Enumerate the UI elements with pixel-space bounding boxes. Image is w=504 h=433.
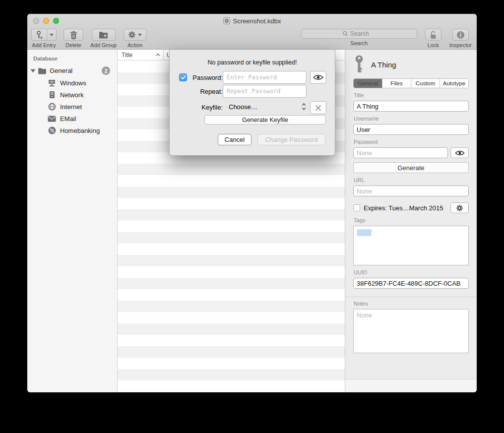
entry-count-badge: 2 <box>102 66 110 75</box>
eye-icon <box>455 150 465 156</box>
action-label: Action <box>127 42 143 48</box>
generate-password-button[interactable]: Generate <box>353 162 469 173</box>
gear-icon <box>128 31 136 39</box>
repeat-label: Repeat: <box>172 88 223 95</box>
sidebar-item-label: Network <box>60 91 84 99</box>
chevron-down-icon <box>138 34 142 36</box>
lock-group: Lock <box>425 29 441 48</box>
sidebar: Database General 2 <box>27 50 118 392</box>
sidebar-item-label: Homebanking <box>60 127 100 134</box>
add-group-group: Add Group <box>90 29 117 48</box>
action-group: Action <box>124 29 146 48</box>
sidebar-item-general[interactable]: General 2 <box>27 64 117 77</box>
clear-keyfile-button[interactable] <box>310 101 326 114</box>
delete-button[interactable] <box>63 29 83 41</box>
sidebar-item-windows[interactable]: Windows <box>27 77 117 89</box>
key-plus-icon <box>35 31 43 39</box>
enter-password-input[interactable] <box>223 71 307 84</box>
keyfile-label: Keyfile: <box>172 104 223 111</box>
password-field[interactable] <box>353 147 448 158</box>
search-label: Search <box>350 40 368 46</box>
window-title-area: Screenshot.kdbx <box>27 14 477 28</box>
uuid-field[interactable] <box>353 278 469 289</box>
add-group-label: Add Group <box>90 42 117 48</box>
tab-general[interactable]: General <box>354 79 382 88</box>
tab-autotype[interactable]: Autotype <box>440 79 468 88</box>
expires-settings-button[interactable] <box>450 202 469 213</box>
change-password-dialog: No password or keyfile supplied! Passwor… <box>169 50 335 156</box>
repeat-password-input[interactable] <box>223 85 307 98</box>
toolbar: Add Entry Delete <box>27 28 477 50</box>
keyfile-popup[interactable]: Choose… <box>229 103 257 111</box>
delete-label: Delete <box>65 42 81 48</box>
title-field-label: Title <box>354 92 469 98</box>
tab-files[interactable]: Files <box>382 79 411 88</box>
info-icon <box>456 31 465 39</box>
window-title: Screenshot.kdbx <box>233 17 281 25</box>
url-field-label: URL <box>354 177 469 183</box>
username-field-label: Username <box>354 116 469 122</box>
divider <box>345 297 477 297</box>
popup-stepper-icon[interactable] <box>302 103 306 111</box>
title-field[interactable] <box>353 101 469 112</box>
sidebar-item-network[interactable]: Network <box>27 89 117 101</box>
reveal-password-button[interactable] <box>310 71 326 84</box>
action-button[interactable] <box>124 29 146 41</box>
dialog-message: No password or keyfile supplied! <box>170 59 335 66</box>
column-header-title[interactable]: Title <box>118 50 164 60</box>
column-label: Title <box>122 52 132 59</box>
lock-open-icon <box>430 31 437 39</box>
username-field[interactable] <box>353 124 469 135</box>
change-password-button[interactable]: Change Password <box>257 134 325 145</box>
folder-plus-icon <box>99 31 108 39</box>
expires-label: Expires: Tues…March 2015 <box>364 204 447 212</box>
tab-custom[interactable]: Custom <box>411 79 440 88</box>
add-entry-dropdown[interactable] <box>47 29 57 41</box>
titlebar[interactable]: Screenshot.kdbx <box>27 14 477 28</box>
lock-button[interactable] <box>425 29 441 41</box>
cancel-button[interactable]: Cancel <box>218 134 252 145</box>
sidebar-section-header: Database <box>27 54 117 64</box>
reveal-password-button[interactable] <box>450 147 469 158</box>
trash-icon <box>70 31 77 39</box>
notes-field[interactable] <box>353 309 469 353</box>
expires-checkbox[interactable] <box>353 204 360 211</box>
sidebar-item-homebanking[interactable]: Homebanking <box>27 124 117 136</box>
inspector-footer <box>345 379 477 392</box>
disclosure-triangle-icon[interactable] <box>31 69 36 72</box>
tag-pill[interactable] <box>357 229 372 236</box>
search-input[interactable] <box>350 30 376 37</box>
gear-icon <box>456 204 463 212</box>
tags-box[interactable] <box>353 226 469 265</box>
sidebar-item-email[interactable]: EMail <box>27 113 117 124</box>
entry-title: A Thing <box>371 61 396 69</box>
windows-icon <box>48 79 56 87</box>
mail-icon <box>48 115 56 123</box>
search-icon <box>342 31 348 37</box>
key-icon <box>353 55 365 74</box>
add-entry-button[interactable] <box>31 29 47 41</box>
sidebar-item-label: General <box>50 67 72 74</box>
sort-ascending-icon <box>156 53 160 57</box>
inspector-group: Inspector <box>449 29 472 48</box>
sidebar-item-label: Windows <box>60 79 86 87</box>
delete-group: Delete <box>63 29 83 48</box>
url-field[interactable] <box>353 186 469 196</box>
sidebar-item-internet[interactable]: Internet <box>27 101 117 113</box>
inspector-button[interactable] <box>452 29 469 41</box>
network-icon <box>48 91 56 99</box>
generate-keyfile-button[interactable]: Generate Keyfile <box>204 115 326 124</box>
lock-label: Lock <box>428 42 439 48</box>
search-field[interactable] <box>301 29 417 39</box>
search-group: Search <box>301 29 417 46</box>
sidebar-item-label: EMail <box>60 115 76 123</box>
inspector-label: Inspector <box>449 42 472 48</box>
percent-icon <box>48 126 56 135</box>
add-entry-label: Add Entry <box>32 42 56 48</box>
uuid-label: UUID <box>354 269 469 275</box>
add-group-button[interactable] <box>92 29 116 41</box>
folder-icon <box>38 67 47 74</box>
eye-icon <box>313 74 323 81</box>
password-label: Password: <box>172 74 223 81</box>
close-x-icon <box>315 105 321 111</box>
